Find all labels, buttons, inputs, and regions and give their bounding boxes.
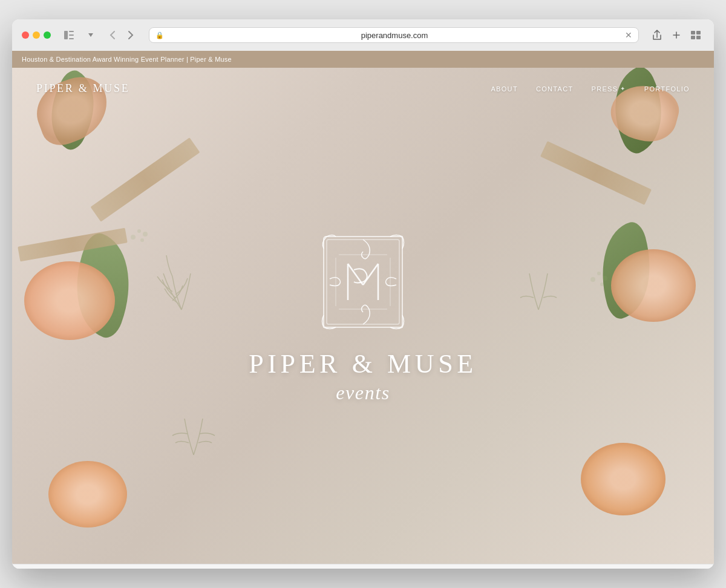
hero-center-content: .emblem-stroke { stroke: white; stroke-w…: [249, 227, 477, 404]
browser-window: 🔒 piperandmuse.com ✕ Houston & Dest: [12, 19, 714, 569]
hero-title: PIPER & MUSE: [249, 348, 477, 379]
sidebar-toggle-button[interactable]: [60, 27, 77, 44]
svg-rect-4: [691, 31, 695, 34]
close-traffic-light[interactable]: [22, 31, 29, 39]
share-button[interactable]: [649, 27, 666, 44]
nav-press[interactable]: PRESS ✦: [592, 85, 626, 93]
svg-rect-0: [64, 31, 68, 39]
toolbar-right: [649, 27, 704, 44]
nav-contact[interactable]: CONTACT: [536, 85, 574, 93]
website: Houston & Destination Award Winning Even…: [12, 51, 714, 564]
url-text: piperandmuse.com: [168, 31, 621, 40]
site-topbar: Houston & Destination Award Winning Even…: [12, 51, 714, 68]
topbar-text: Houston & Destination Award Winning Even…: [22, 56, 232, 63]
browser-footer: [12, 564, 714, 569]
floral-flower-br: [581, 443, 666, 515]
hero-section: PIPER & MUSE ABOUT CONTACT PRESS ✦ PORTF…: [12, 68, 714, 564]
back-button[interactable]: [104, 27, 121, 44]
tab-overview-button[interactable]: [687, 27, 704, 44]
hero-subtitle: events: [336, 382, 390, 404]
lock-icon: 🔒: [155, 31, 164, 39]
svg-rect-1: [69, 31, 74, 32]
clear-url-button[interactable]: ✕: [625, 30, 632, 40]
svg-rect-5: [696, 31, 701, 34]
forward-button[interactable]: [122, 27, 139, 44]
site-navigation: PIPER & MUSE ABOUT CONTACT PRESS ✦ PORTF…: [12, 68, 714, 109]
nav-links: ABOUT CONTACT PRESS ✦ PORTFOLIO: [491, 85, 690, 93]
nav-buttons: [104, 27, 139, 44]
svg-rect-7: [696, 36, 701, 39]
site-logo[interactable]: PIPER & MUSE: [36, 82, 129, 95]
floral-flower-bl: [48, 461, 127, 528]
minimize-traffic-light[interactable]: [33, 31, 40, 39]
svg-rect-6: [691, 36, 695, 39]
nav-about[interactable]: ABOUT: [491, 85, 518, 93]
nav-portfolio[interactable]: PORTFOLIO: [644, 85, 690, 93]
floral-flower-cl: [24, 261, 115, 340]
svg-rect-3: [69, 38, 74, 39]
browser-titlebar: 🔒 piperandmuse.com ✕: [12, 19, 714, 51]
sidebar-dropdown-button[interactable]: [82, 27, 99, 44]
traffic-lights: [22, 31, 51, 39]
address-bar[interactable]: 🔒 piperandmuse.com ✕: [149, 27, 639, 43]
hero-emblem: .emblem-stroke { stroke: white; stroke-w…: [315, 227, 411, 336]
nav-press-star: ✦: [620, 85, 626, 92]
browser-chrome: 🔒 piperandmuse.com ✕: [12, 19, 714, 51]
floral-flower-cr: [611, 249, 696, 322]
new-tab-button[interactable]: [668, 27, 685, 44]
svg-rect-2: [69, 34, 74, 36]
fullscreen-traffic-light[interactable]: [44, 31, 51, 39]
